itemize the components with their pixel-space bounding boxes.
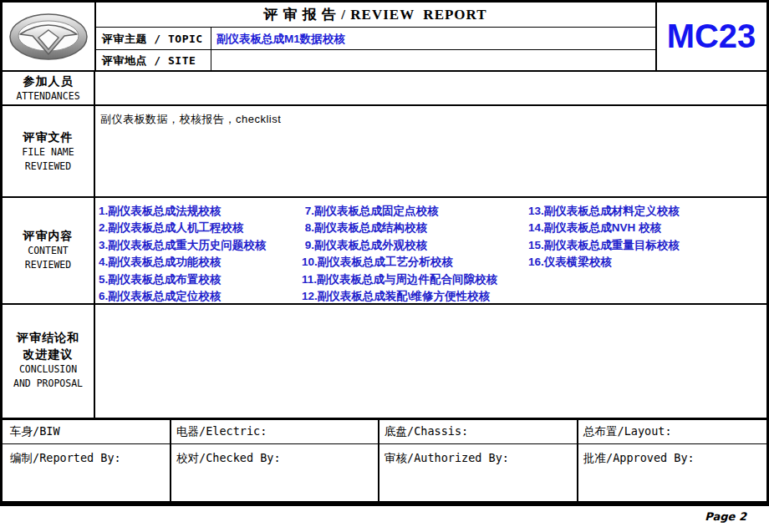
- divider: [94, 72, 95, 418]
- signoff-checked: 校对/Checked By:: [169, 444, 376, 500]
- divider: [3, 70, 766, 72]
- attendances-label-cn: 参加人员: [23, 73, 74, 89]
- content-column-2: 7.副仪表板总成固定点校核 8.副仪表板总成结构校核 9.副仪表板总成外观校核 …: [302, 203, 497, 305]
- file-label-en2: REVIEWED: [25, 160, 71, 174]
- signoff-biw: 车身/BIW: [3, 420, 168, 443]
- content-label: 评审内容 CONTENT REVIEWED: [3, 198, 94, 301]
- report-title: 评 审 报 告 / REVIEW REPORT: [95, 5, 655, 27]
- file-label-en1: FILE NAME: [22, 145, 74, 160]
- topic-value: 副仪表板总成M1数据校核: [216, 32, 345, 47]
- attendances-label-en: ATTENDANCES: [16, 89, 79, 104]
- file-label-cn: 评审文件: [23, 129, 74, 145]
- content-item: 8.副仪表板总成结构校核: [302, 220, 497, 236]
- site-value: [216, 53, 651, 68]
- signoff-approved: 批准/Approved By:: [576, 444, 766, 500]
- content-item: 16.仪表横梁校核: [528, 254, 680, 271]
- divider: [95, 27, 657, 28]
- conclusion-label-cn1: 评审结论和: [17, 329, 79, 346]
- content-column-1: 1.副仪表板总成法规校核 2.副仪表板总成人机工程校核 3.副仪表板总成重大历史…: [99, 203, 266, 305]
- conclusion-value: [100, 311, 752, 411]
- conclusion-label-cn2: 改进建议: [23, 346, 74, 362]
- content-item: 5.副仪表板总成布置校核: [99, 271, 266, 288]
- brand-logo-icon: [8, 8, 89, 66]
- content-item: 7.副仪表板总成固定点校核: [302, 203, 497, 220]
- attendances-label: 参加人员 ATTENDANCES: [3, 72, 94, 104]
- file-label: 评审文件 FILE NAME REVIEWED: [3, 106, 94, 196]
- review-report-slide: 评 审 报 告 / REVIEW REPORT 评审主题 / TOPIC 副仪表…: [0, 0, 769, 532]
- signoff-chassis: 底盘/Chassis:: [377, 420, 575, 443]
- content-item: 13.副仪表板总成材料定义校核: [528, 203, 680, 220]
- conclusion-label-en2: AND PROPOSAL: [13, 377, 83, 391]
- content-item: 3.副仪表板总成重大历史问题校核: [99, 237, 266, 254]
- content-item: 10.副仪表板总成工艺分析校核: [302, 254, 497, 271]
- project-code: MC23: [656, 3, 766, 70]
- content-item: 2.副仪表板总成人机工程校核: [99, 220, 266, 236]
- file-value: 副仪表板数据，校核报告，checklist: [100, 112, 281, 127]
- signoff-authorized: 审核/Authorized By:: [377, 444, 575, 500]
- topic-label: 评审主题 / TOPIC: [102, 32, 203, 47]
- signoff-reported: 编制/Reported By:: [3, 444, 168, 500]
- content-label-en2: REVIEWED: [25, 258, 71, 272]
- content-item: 1.副仪表板总成法规校核: [99, 203, 266, 220]
- conclusion-label: 评审结论和 改进建议 CONCLUSION AND PROPOSAL: [3, 305, 94, 415]
- divider: [95, 49, 657, 50]
- divider: [3, 196, 766, 198]
- signoff-layout: 总布置/Layout:: [576, 420, 766, 443]
- content-item: 14.副仪表板总成NVH 校核: [528, 220, 680, 236]
- divider: [3, 104, 766, 106]
- content-item: 4.副仪表板总成功能校核: [99, 254, 266, 271]
- content-item: 6.副仪表板总成定位校核: [99, 288, 266, 305]
- signoff-electric: 电器/Electric:: [169, 420, 376, 443]
- attendances-value: [100, 77, 752, 100]
- content-item: 12.副仪表板总成装配\维修方便性校核: [302, 288, 497, 305]
- content-column-3: 13.副仪表板总成材料定义校核 14.副仪表板总成NVH 校核 15.副仪表板总…: [528, 203, 680, 271]
- content-item: 15.副仪表板总成重量目标校核: [528, 237, 680, 254]
- divider: [211, 28, 211, 70]
- site-label: 评审地点 / SITE: [102, 53, 196, 68]
- content-label-cn: 评审内容: [23, 227, 74, 244]
- content-item: 11.副仪表板总成与周边件配合间隙校核: [302, 271, 497, 288]
- content-label-en1: CONTENT: [28, 244, 68, 258]
- conclusion-label-en1: CONCLUSION: [19, 362, 77, 377]
- content-item: 9.副仪表板总成外观校核: [302, 237, 497, 254]
- page-number: Page 2: [705, 510, 746, 523]
